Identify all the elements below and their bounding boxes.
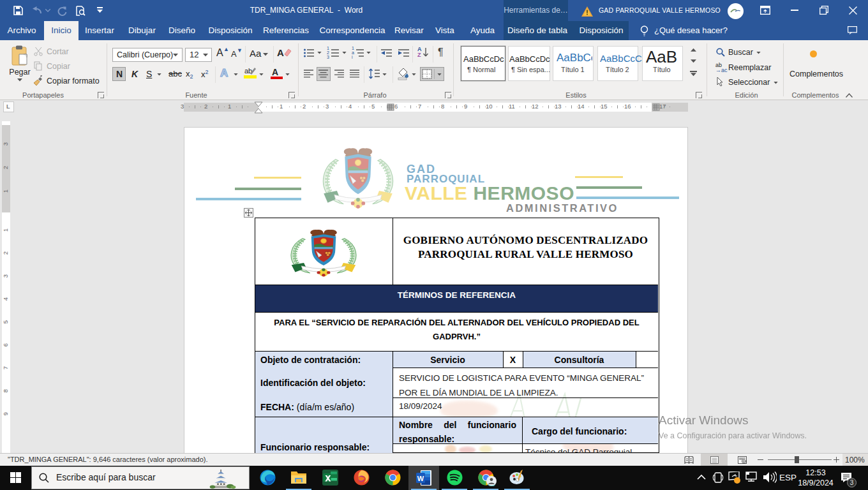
svg-text:W: W [417,475,424,482]
